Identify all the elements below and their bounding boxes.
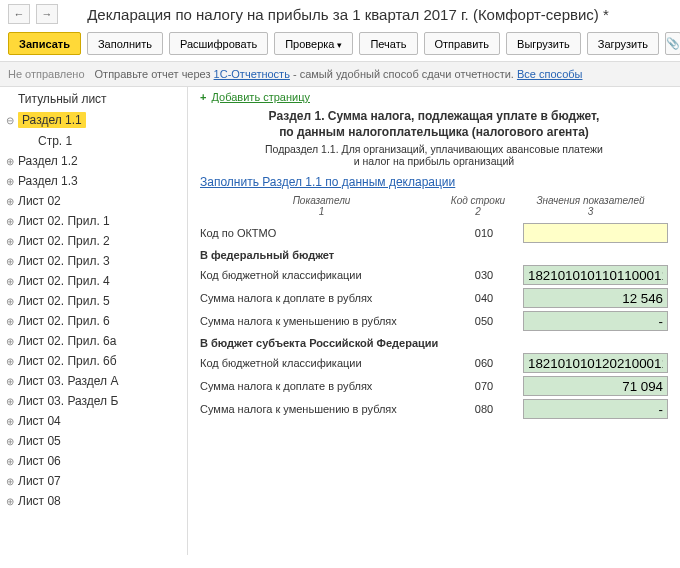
expand-icon: ⊕ bbox=[6, 496, 18, 507]
expand-icon: ⊕ bbox=[6, 216, 18, 227]
report-service-link[interactable]: 1С-Отчетность bbox=[214, 68, 290, 80]
status-bar: Не отправлено Отправьте отчет через 1С-О… bbox=[0, 62, 680, 87]
tree-item[interactable]: ⊕Лист 02. Прил. 5 bbox=[0, 291, 187, 311]
expand-icon: ⊖ bbox=[6, 115, 18, 126]
attach-button[interactable]: 📎 bbox=[665, 32, 680, 55]
tree-item-label: Лист 02. Прил. 1 bbox=[18, 214, 110, 228]
tree-item-label: Лист 02. Прил. 5 bbox=[18, 294, 110, 308]
expand-icon: ⊕ bbox=[6, 176, 18, 187]
tree-item-label: Стр. 1 bbox=[38, 134, 72, 148]
expand-icon: ⊕ bbox=[6, 196, 18, 207]
expand-icon: ⊕ bbox=[6, 336, 18, 347]
expand-icon: ⊕ bbox=[6, 436, 18, 447]
all-methods-link[interactable]: Все способы bbox=[517, 68, 583, 80]
check-button[interactable]: Проверка▾ bbox=[274, 32, 353, 55]
tree-item[interactable]: Титульный лист bbox=[0, 89, 187, 109]
window-title: Декларация по налогу на прибыль за 1 ква… bbox=[64, 6, 672, 23]
expand-icon: ⊕ bbox=[6, 316, 18, 327]
tree-item[interactable]: ⊕Раздел 1.3 bbox=[0, 171, 187, 191]
add-page-link[interactable]: + Добавить страницу bbox=[200, 91, 668, 103]
tree-item[interactable]: Стр. 1 bbox=[0, 131, 187, 151]
kbk-sub-input[interactable] bbox=[523, 353, 668, 373]
nav-forward[interactable]: → bbox=[36, 4, 58, 24]
tree-item-label: Лист 02. Прил. 6б bbox=[18, 354, 117, 368]
tree-item[interactable]: ⊕Лист 02. Прил. 6а bbox=[0, 331, 187, 351]
nav-back[interactable]: ← bbox=[8, 4, 30, 24]
tree-item[interactable]: ⊕Лист 02. Прил. 3 bbox=[0, 251, 187, 271]
tree-item[interactable]: ⊕Лист 03. Раздел Б bbox=[0, 391, 187, 411]
expand-icon: ⊕ bbox=[6, 276, 18, 287]
tree-item-label: Лист 06 bbox=[18, 454, 61, 468]
print-button[interactable]: Печать bbox=[359, 32, 417, 55]
tree-item-label: Лист 03. Раздел А bbox=[18, 374, 118, 388]
decode-button[interactable]: Расшифровать bbox=[169, 32, 268, 55]
expand-icon: ⊕ bbox=[6, 376, 18, 387]
toolbar: Записать Заполнить Расшифровать Проверка… bbox=[0, 28, 680, 62]
subject-budget-header: В бюджет субъекта Российской Федерации bbox=[200, 337, 668, 349]
tree-item[interactable]: ⊕Лист 02. Прил. 1 bbox=[0, 211, 187, 231]
tree-item-label: Раздел 1.2 bbox=[18, 154, 78, 168]
row-sum-fed-dec: Сумма налога к уменьшению в рублях 050 bbox=[200, 311, 668, 331]
expand-icon: ⊕ bbox=[6, 236, 18, 247]
tree-item-label: Лист 02. Прил. 3 bbox=[18, 254, 110, 268]
tree-item-label: Раздел 1.1 bbox=[18, 112, 86, 128]
tree-item-label: Лист 02. Прил. 6а bbox=[18, 334, 116, 348]
chevron-down-icon: ▾ bbox=[337, 40, 342, 50]
expand-icon: ⊕ bbox=[6, 256, 18, 267]
tree-item[interactable]: ⊕Раздел 1.2 bbox=[0, 151, 187, 171]
tree-item-label: Лист 08 bbox=[18, 494, 61, 508]
tree-item-label: Лист 04 bbox=[18, 414, 61, 428]
row-sum-fed-add: Сумма налога к доплате в рублях 040 bbox=[200, 288, 668, 308]
sum-fed-add-input[interactable] bbox=[523, 288, 668, 308]
row-kbk-fed: Код бюджетной классификации 030 bbox=[200, 265, 668, 285]
content-pane: + Добавить страницу Раздел 1. Сумма нало… bbox=[188, 87, 680, 555]
row-kbk-sub: Код бюджетной классификации 060 bbox=[200, 353, 668, 373]
tree-item-label: Лист 02. Прил. 6 bbox=[18, 314, 110, 328]
paperclip-icon: 📎 bbox=[666, 37, 680, 49]
oktmo-input[interactable] bbox=[523, 223, 668, 243]
tree-item[interactable]: ⊕Лист 02. Прил. 4 bbox=[0, 271, 187, 291]
sidebar-tree: Титульный лист⊖Раздел 1.1Стр. 1⊕Раздел 1… bbox=[0, 87, 188, 555]
tree-item[interactable]: ⊕Лист 06 bbox=[0, 451, 187, 471]
tree-item-label: Лист 05 bbox=[18, 434, 61, 448]
table-header: Показатели1 Код строки2 Значения показат… bbox=[200, 195, 668, 217]
save-button[interactable]: Записать bbox=[8, 32, 81, 55]
row-sum-sub-add: Сумма налога к доплате в рублях 070 bbox=[200, 376, 668, 396]
fill-section-link[interactable]: Заполнить Раздел 1.1 по данным деклараци… bbox=[200, 175, 455, 189]
kbk-fed-input[interactable] bbox=[523, 265, 668, 285]
tree-item[interactable]: ⊕Лист 08 bbox=[0, 491, 187, 511]
tree-item-label: Раздел 1.3 bbox=[18, 174, 78, 188]
tree-item[interactable]: ⊕Лист 02. Прил. 2 bbox=[0, 231, 187, 251]
sum-sub-add-input[interactable] bbox=[523, 376, 668, 396]
expand-icon: ⊕ bbox=[6, 356, 18, 367]
row-oktmo: Код по ОКТМО 010 bbox=[200, 223, 668, 243]
expand-icon: ⊕ bbox=[6, 296, 18, 307]
tree-item-label: Лист 02 bbox=[18, 194, 61, 208]
fill-button[interactable]: Заполнить bbox=[87, 32, 163, 55]
section-title-2: по данным налогоплательщика (налогового … bbox=[200, 125, 668, 139]
tree-item-label: Лист 02. Прил. 2 bbox=[18, 234, 110, 248]
subsection-title: Подраздел 1.1. Для организаций, уплачива… bbox=[200, 143, 668, 167]
tree-item[interactable]: ⊖Раздел 1.1 bbox=[0, 109, 187, 131]
unload-button[interactable]: Выгрузить bbox=[506, 32, 581, 55]
plus-icon: + bbox=[200, 91, 206, 103]
download-button[interactable]: Загрузить bbox=[587, 32, 659, 55]
row-sum-sub-dec: Сумма налога к уменьшению в рублях 080 bbox=[200, 399, 668, 419]
sum-fed-dec-input[interactable] bbox=[523, 311, 668, 331]
send-button[interactable]: Отправить bbox=[424, 32, 501, 55]
section-title-1: Раздел 1. Сумма налога, подлежащая уплат… bbox=[200, 109, 668, 123]
tree-item-label: Лист 02. Прил. 4 bbox=[18, 274, 110, 288]
tree-item[interactable]: ⊕Лист 03. Раздел А bbox=[0, 371, 187, 391]
send-status: Не отправлено bbox=[8, 68, 85, 80]
tree-item[interactable]: ⊕Лист 02. Прил. 6б bbox=[0, 351, 187, 371]
tree-item[interactable]: ⊕Лист 07 bbox=[0, 471, 187, 491]
tree-item[interactable]: ⊕Лист 05 bbox=[0, 431, 187, 451]
sum-sub-dec-input[interactable] bbox=[523, 399, 668, 419]
tree-item[interactable]: ⊕Лист 02. Прил. 6 bbox=[0, 311, 187, 331]
expand-icon: ⊕ bbox=[6, 456, 18, 467]
tree-item[interactable]: ⊕Лист 04 bbox=[0, 411, 187, 431]
tree-item-label: Титульный лист bbox=[18, 92, 107, 106]
tree-item-label: Лист 07 bbox=[18, 474, 61, 488]
tree-item[interactable]: ⊕Лист 02 bbox=[0, 191, 187, 211]
federal-budget-header: В федеральный бюджет bbox=[200, 249, 668, 261]
